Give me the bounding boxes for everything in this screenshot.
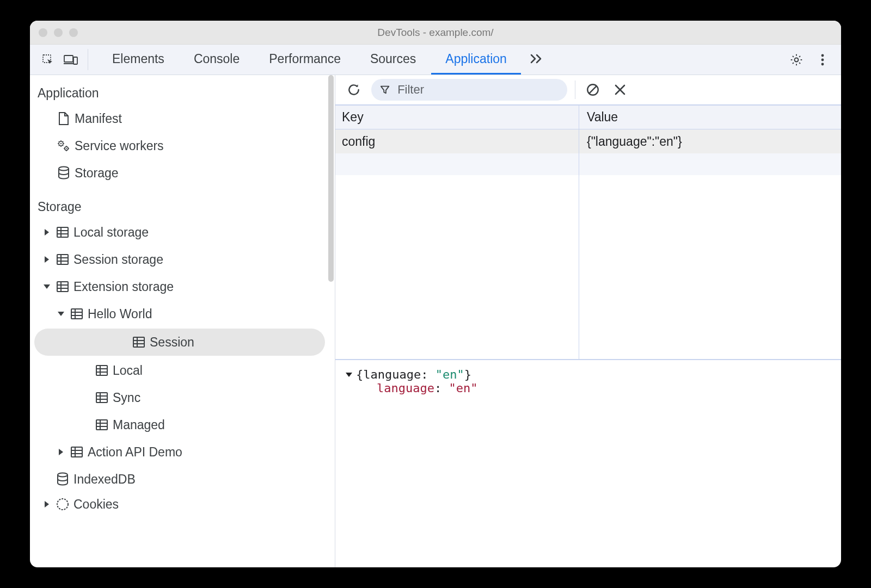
sidebar-item-local-storage[interactable]: Local storage <box>30 219 335 246</box>
tab-application[interactable]: Application <box>431 45 521 75</box>
tab-label: Performance <box>269 52 341 66</box>
divider <box>575 81 575 99</box>
sidebar-item-ext-managed[interactable]: Managed <box>30 411 335 438</box>
svg-marker-62 <box>346 373 352 377</box>
cell-value[interactable]: {"language":"en"} <box>579 129 841 153</box>
window-title: DevTools - example.com/ <box>30 27 841 39</box>
tabs-list: Elements Console Performance Sources App… <box>98 45 551 75</box>
svg-marker-23 <box>44 284 50 289</box>
svg-rect-29 <box>71 309 82 319</box>
prop-value: "en" <box>449 381 477 395</box>
file-icon <box>58 112 70 126</box>
more-tabs-button[interactable] <box>522 45 551 75</box>
sidebar-item-label: Sync <box>113 391 140 405</box>
table-icon <box>95 419 108 431</box>
chevron-double-right-icon <box>530 53 544 64</box>
inspect-element-button[interactable] <box>36 45 59 75</box>
minimize-window-button[interactable] <box>54 28 63 37</box>
sidebar-item-cookies[interactable]: Cookies <box>30 493 335 516</box>
section-application: Application <box>30 82 335 105</box>
table-icon <box>95 392 108 404</box>
sidebar-item-label: Storage <box>75 166 119 181</box>
table-empty <box>335 175 841 359</box>
sidebar-item-label: Session storage <box>73 252 163 267</box>
section-storage: Storage <box>30 195 335 219</box>
table-row[interactable]: config {"language":"en"} <box>335 129 841 153</box>
close-icon <box>614 84 626 96</box>
table-icon <box>56 281 69 293</box>
svg-marker-57 <box>381 86 389 94</box>
sidebar-item-session-storage[interactable]: Session storage <box>30 246 335 273</box>
table-icon <box>95 364 108 376</box>
filter-input[interactable] <box>396 82 556 97</box>
table-icon <box>56 226 69 238</box>
sidebar-item-storage-overview[interactable]: Storage <box>30 159 335 187</box>
sidebar-item-label: Action API Demo <box>88 445 182 460</box>
sidebar-item-label: Local <box>113 363 143 378</box>
table-row-empty[interactable] <box>335 153 841 175</box>
filter-field[interactable] <box>371 79 567 101</box>
cell-key[interactable]: config <box>335 129 579 153</box>
maximize-window-button[interactable] <box>69 28 78 37</box>
tab-sources[interactable]: Sources <box>356 45 430 75</box>
sidebar-item-ext-sync[interactable]: Sync <box>30 384 335 411</box>
header-label: Value <box>587 110 618 125</box>
sidebar-item-label: Hello World <box>88 307 152 321</box>
col-header-key[interactable]: Key <box>335 106 579 129</box>
refresh-button[interactable] <box>344 78 364 102</box>
summary-text: {language: "en"} <box>356 368 471 381</box>
table-icon <box>56 253 69 265</box>
kebab-menu-button[interactable] <box>811 48 835 72</box>
storage-toolbar <box>335 75 841 106</box>
scrollbar-thumb[interactable] <box>328 75 334 282</box>
traffic-lights <box>39 28 78 37</box>
sidebar-item-action-api-demo[interactable]: Action API Demo <box>30 438 335 466</box>
sidebar-item-ext-session[interactable]: Session <box>34 329 325 356</box>
cell-value[interactable] <box>579 153 841 175</box>
table-icon <box>70 308 83 320</box>
svg-point-9 <box>60 143 62 144</box>
svg-rect-45 <box>96 420 107 430</box>
sidebar-item-service-workers[interactable]: Service workers <box>30 132 335 159</box>
sidebar-item-indexeddb[interactable]: IndexedDB <box>30 466 335 493</box>
window-titlebar: DevTools - example.com/ <box>30 21 841 45</box>
svg-point-7 <box>821 63 824 65</box>
reload-icon <box>347 83 361 97</box>
tab-console[interactable]: Console <box>180 45 254 75</box>
tab-label: Application <box>445 52 507 66</box>
sidebar-item-ext-local[interactable]: Local <box>30 357 335 384</box>
cell-key[interactable] <box>335 153 579 175</box>
device-toolbar-button[interactable] <box>59 45 82 75</box>
svg-point-4 <box>795 58 799 61</box>
tab-label: Elements <box>112 52 164 66</box>
delete-selected-button[interactable] <box>610 78 630 102</box>
preview-summary[interactable]: {language: "en"} <box>345 368 831 381</box>
cookie-icon <box>56 498 69 511</box>
tab-label: Sources <box>370 52 416 66</box>
sidebar-item-extension-storage[interactable]: Extension storage <box>30 273 335 300</box>
storage-detail-pane: Key Value config {"language":"en"} <box>335 75 841 567</box>
tab-elements[interactable]: Elements <box>98 45 179 75</box>
sidebar-item-manifest[interactable]: Manifest <box>30 105 335 132</box>
sidebar-item-label: Extension storage <box>73 280 174 294</box>
clear-all-button[interactable] <box>583 78 603 102</box>
svg-rect-1 <box>64 55 73 62</box>
value-preview: {language: "en"} language: "en" <box>335 360 841 567</box>
svg-rect-41 <box>96 393 107 403</box>
col-header-value[interactable]: Value <box>579 106 841 129</box>
empty-col-val <box>579 175 841 359</box>
settings-button[interactable] <box>784 48 808 72</box>
svg-marker-49 <box>59 449 63 455</box>
tab-performance[interactable]: Performance <box>255 45 355 75</box>
application-sidebar: Application Manifest Service workers Sto… <box>30 75 335 567</box>
sidebar-item-hello-world[interactable]: Hello World <box>30 300 335 327</box>
device-icon <box>64 54 78 66</box>
preview-property[interactable]: language: "en" <box>345 381 831 395</box>
svg-point-56 <box>57 499 68 510</box>
sidebar-item-label: IndexedDB <box>73 472 136 487</box>
sidebar-item-label: Session <box>150 335 194 350</box>
svg-rect-24 <box>57 282 68 292</box>
inspect-icon <box>41 53 54 66</box>
svg-point-5 <box>821 54 824 57</box>
close-window-button[interactable] <box>39 28 47 37</box>
